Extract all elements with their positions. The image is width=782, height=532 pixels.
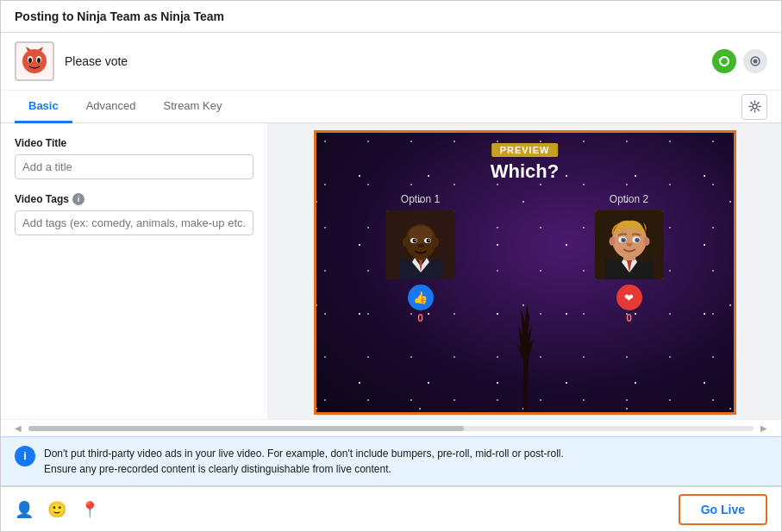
preview-container: PREVIEW Which? Option 1 xyxy=(314,130,736,415)
main-content: Video Title Video Tags i PREVIEW Which? … xyxy=(1,123,781,419)
option2-vote: ❤ 0 xyxy=(616,285,642,324)
options-row: Option 1 xyxy=(316,193,734,324)
info-text: Don't put third-party video ads in your … xyxy=(44,446,564,477)
tab-advanced[interactable]: Advanced xyxy=(72,91,150,123)
svg-point-20 xyxy=(428,240,429,241)
header-title: Posting to Ninja Team as Ninja Team xyxy=(15,9,224,23)
svg-point-4 xyxy=(28,58,32,63)
svg-point-5 xyxy=(37,58,41,63)
refresh-icon[interactable] xyxy=(712,49,736,73)
info-icon[interactable]: i xyxy=(72,193,84,205)
preview-title: Which? xyxy=(491,160,559,183)
svg-point-1 xyxy=(22,49,47,73)
profile-name: Please vote xyxy=(65,54,128,68)
profile-settings-icon[interactable] xyxy=(743,49,767,73)
svg-point-23 xyxy=(434,238,439,247)
svg-point-33 xyxy=(623,239,624,240)
footer-left: 👤 🙂 📍 xyxy=(15,500,99,519)
option2-photo xyxy=(595,210,664,279)
location-icon[interactable]: 📍 xyxy=(80,500,99,519)
profile-row: Please vote xyxy=(1,33,781,91)
heart-button[interactable]: ❤ xyxy=(616,285,642,310)
option1-photo xyxy=(386,210,455,279)
tab-basic[interactable]: Basic xyxy=(15,91,72,123)
video-title-label: Video Title xyxy=(15,137,253,149)
option2-label: Option 2 xyxy=(610,193,648,205)
gear-icon[interactable] xyxy=(741,94,767,120)
scrollbar-area: ◀ ▶ xyxy=(1,419,781,436)
svg-point-35 xyxy=(609,237,615,246)
video-title-input[interactable] xyxy=(15,154,253,179)
profile-icons xyxy=(712,49,767,73)
tabs-row: Basic Advanced Stream Key xyxy=(1,91,781,123)
emoji-icon[interactable]: 🙂 xyxy=(47,500,66,519)
svg-point-10 xyxy=(753,104,757,109)
tab-stream-key[interactable]: Stream Key xyxy=(150,91,236,123)
person-icon[interactable]: 👤 xyxy=(15,500,34,519)
svg-point-22 xyxy=(403,238,408,247)
video-tags-input[interactable] xyxy=(15,210,253,235)
scrollbar-track[interactable] xyxy=(28,426,754,431)
like-button[interactable]: 👍 xyxy=(408,285,434,310)
svg-point-21 xyxy=(417,244,424,247)
go-live-button[interactable]: Go Live xyxy=(679,494,767,525)
avatar xyxy=(15,41,54,81)
left-panel: Video Title Video Tags i xyxy=(1,123,268,419)
option2-count: 0 xyxy=(626,312,632,324)
option2: Option 2 xyxy=(595,193,664,324)
svg-point-19 xyxy=(414,240,416,241)
footer: 👤 🙂 📍 Go Live xyxy=(1,486,781,532)
scrollbar-thumb xyxy=(28,426,464,431)
preview-label: PREVIEW xyxy=(491,143,559,157)
option1-vote: 👍 0 xyxy=(408,285,434,324)
header: Posting to Ninja Team as Ninja Team xyxy=(1,1,781,33)
option1-label: Option 1 xyxy=(401,193,440,205)
option1-count: 0 xyxy=(417,312,423,324)
svg-point-8 xyxy=(754,59,758,64)
scroll-right-arrow[interactable]: ▶ xyxy=(760,423,767,433)
info-icon-banner: i xyxy=(15,446,35,466)
video-tags-label: Video Tags i xyxy=(15,193,253,205)
svg-point-36 xyxy=(643,237,649,246)
scroll-left-arrow[interactable]: ◀ xyxy=(15,423,22,433)
svg-point-34 xyxy=(637,239,638,240)
info-banner: i Don't put third-party video ads in you… xyxy=(1,436,781,486)
preview-background: PREVIEW Which? Option 1 xyxy=(316,133,734,412)
option1: Option 1 xyxy=(386,193,455,324)
right-panel: PREVIEW Which? Option 1 xyxy=(268,123,781,419)
